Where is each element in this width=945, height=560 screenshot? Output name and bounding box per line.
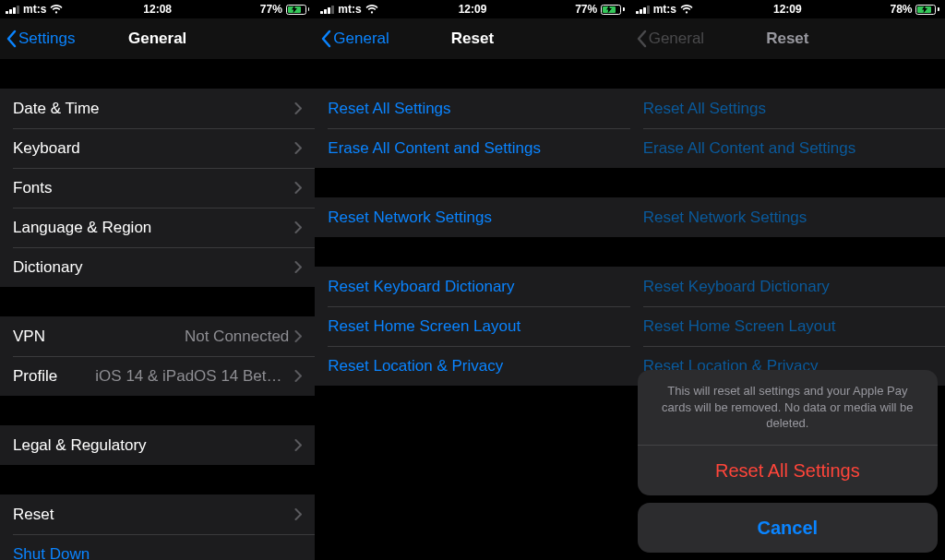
- row-label: Reset Keyboard Dictionary: [328, 278, 616, 296]
- row-label: Legal & Regulatory: [13, 436, 294, 455]
- row-label: Keyboard: [13, 139, 294, 158]
- settings-group: VPNNot ConnectedProfileiOS 14 & iPadOS 1…: [0, 316, 315, 396]
- signal-icon: [6, 5, 19, 14]
- row-profile[interactable]: ProfileiOS 14 & iPadOS 14 Beta Softwar..…: [0, 356, 315, 396]
- row-vpn[interactable]: VPNNot Connected: [0, 316, 315, 356]
- row-reset-network-settings[interactable]: Reset Network Settings: [630, 197, 945, 237]
- content: Date & TimeKeyboardFontsLanguage & Regio…: [0, 59, 315, 560]
- back-button[interactable]: Settings: [6, 30, 75, 48]
- cancel-button[interactable]: Cancel: [638, 503, 938, 553]
- row-dictionary[interactable]: Dictionary: [0, 247, 315, 287]
- row-shut-down[interactable]: Shut Down: [0, 534, 315, 560]
- row-reset-home-screen-layout[interactable]: Reset Home Screen Layout: [315, 306, 629, 346]
- clock: 12:09: [459, 3, 487, 16]
- row-label: VPN: [13, 328, 185, 346]
- settings-group: Date & TimeKeyboardFontsLanguage & Regio…: [0, 89, 315, 287]
- clock: 12:08: [143, 3, 172, 16]
- wifi-icon: [50, 5, 63, 14]
- settings-group: Reset Keyboard DictionaryReset Home Scre…: [315, 267, 629, 386]
- status-bar: mt:s 12:09 78%: [630, 0, 945, 18]
- nav-bar: General Reset: [630, 18, 945, 59]
- carrier-label: mt:s: [653, 3, 676, 16]
- chevron-right-icon: [294, 102, 302, 114]
- wifi-icon: [680, 5, 693, 14]
- action-sheet: This will reset all settings and your Ap…: [638, 370, 938, 553]
- row-label: Dictionary: [13, 258, 294, 277]
- screen-general: mt:s 12:08 77% Settings General Date & T…: [0, 0, 315, 560]
- nav-bar: General Reset: [315, 18, 629, 59]
- row-fonts[interactable]: Fonts: [0, 168, 315, 208]
- settings-group: Reset Network Settings: [630, 197, 945, 237]
- chevron-right-icon: [294, 439, 302, 451]
- screen-reset-confirm: mt:s 12:09 78% General Reset Reset All S…: [630, 0, 945, 560]
- row-label: Reset All Settings: [328, 100, 616, 118]
- wifi-icon: [365, 5, 378, 14]
- content: Reset All SettingsErase All Content and …: [315, 59, 629, 560]
- back-label: General: [333, 30, 389, 48]
- back-label: General: [649, 30, 704, 48]
- back-button[interactable]: General: [320, 30, 389, 48]
- clock: 12:09: [773, 3, 802, 16]
- row-value: Not Connected: [185, 328, 289, 346]
- settings-group: Reset Keyboard DictionaryReset Home Scre…: [630, 267, 945, 386]
- reset-all-settings-confirm-button[interactable]: Reset All Settings: [638, 446, 938, 495]
- settings-group: ResetShut Down: [0, 494, 315, 560]
- settings-group: Legal & Regulatory: [0, 425, 315, 465]
- settings-group: Reset All SettingsErase All Content and …: [315, 89, 629, 168]
- chevron-left-icon: [636, 30, 647, 48]
- row-reset-all-settings[interactable]: Reset All Settings: [630, 89, 945, 128]
- action-sheet-message: This will reset all settings and your Ap…: [638, 370, 938, 446]
- screen-reset: mt:s 12:09 77% General Reset Reset All S…: [315, 0, 629, 560]
- nav-title: General: [128, 30, 186, 48]
- chevron-right-icon: [294, 508, 302, 520]
- row-reset-keyboard-dictionary[interactable]: Reset Keyboard Dictionary: [315, 267, 629, 306]
- row-label: Date & Time: [13, 100, 294, 118]
- row-reset-all-settings[interactable]: Reset All Settings: [315, 89, 629, 128]
- row-label: Erase All Content and Settings: [328, 139, 616, 158]
- row-label: Reset: [13, 506, 294, 524]
- carrier-label: mt:s: [338, 3, 361, 16]
- row-reset[interactable]: Reset: [0, 494, 315, 534]
- battery-pct: 78%: [890, 3, 912, 16]
- chevron-left-icon: [320, 30, 331, 48]
- row-label: Reset Network Settings: [328, 209, 616, 227]
- row-erase-all-content-and-settings[interactable]: Erase All Content and Settings: [315, 128, 629, 168]
- action-sheet-card: This will reset all settings and your Ap…: [638, 370, 938, 495]
- row-label: Reset Network Settings: [643, 209, 932, 227]
- status-bar: mt:s 12:09 77%: [315, 0, 629, 18]
- row-date-time[interactable]: Date & Time: [0, 89, 315, 128]
- row-reset-network-settings[interactable]: Reset Network Settings: [315, 197, 629, 237]
- chevron-left-icon: [6, 30, 17, 48]
- row-erase-all-content-and-settings[interactable]: Erase All Content and Settings: [630, 128, 945, 168]
- battery-icon: [915, 5, 939, 15]
- row-value: iOS 14 & iPadOS 14 Beta Softwar...: [95, 367, 289, 386]
- settings-group: Reset Network Settings: [315, 197, 629, 237]
- row-label: Profile: [13, 367, 95, 386]
- row-keyboard[interactable]: Keyboard: [0, 128, 315, 168]
- battery-icon: [601, 5, 625, 15]
- status-bar: mt:s 12:08 77%: [0, 0, 315, 18]
- chevron-right-icon: [294, 330, 302, 342]
- chevron-right-icon: [294, 182, 302, 194]
- settings-group: Reset All SettingsErase All Content and …: [630, 89, 945, 168]
- row-label: Reset Home Screen Layout: [328, 317, 616, 336]
- row-reset-location-privacy[interactable]: Reset Location & Privacy: [315, 346, 629, 386]
- nav-bar: Settings General: [0, 18, 315, 59]
- row-label: Shut Down: [13, 545, 302, 561]
- row-reset-home-screen-layout[interactable]: Reset Home Screen Layout: [630, 306, 945, 346]
- signal-icon: [636, 5, 650, 14]
- row-label: Reset Keyboard Dictionary: [643, 278, 932, 296]
- row-language-region[interactable]: Language & Region: [0, 208, 315, 247]
- row-label: Erase All Content and Settings: [643, 139, 932, 158]
- battery-icon: [286, 5, 310, 15]
- row-label: Language & Region: [13, 219, 294, 237]
- battery-pct: 77%: [260, 3, 282, 16]
- row-reset-keyboard-dictionary[interactable]: Reset Keyboard Dictionary: [630, 267, 945, 306]
- carrier-label: mt:s: [23, 3, 46, 16]
- row-legal-regulatory[interactable]: Legal & Regulatory: [0, 425, 315, 465]
- back-button: General: [636, 30, 704, 48]
- row-label: Reset Location & Privacy: [328, 357, 616, 375]
- row-label: Reset All Settings: [643, 100, 932, 118]
- signal-icon: [320, 5, 334, 14]
- battery-pct: 77%: [575, 3, 597, 16]
